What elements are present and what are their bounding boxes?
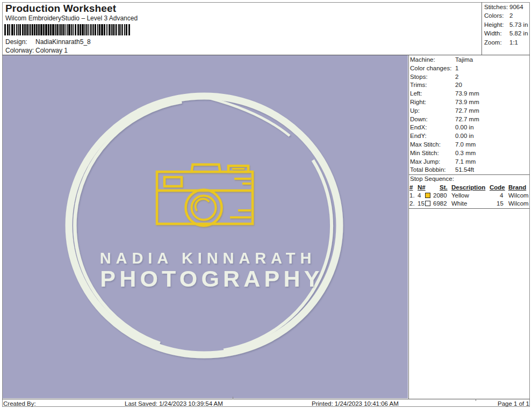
svg-text:PHOTOGRAPHY: PHOTOGRAPHY: [100, 266, 323, 291]
svg-text:NADIA KINNARATH: NADIA KINNARATH: [100, 250, 317, 267]
